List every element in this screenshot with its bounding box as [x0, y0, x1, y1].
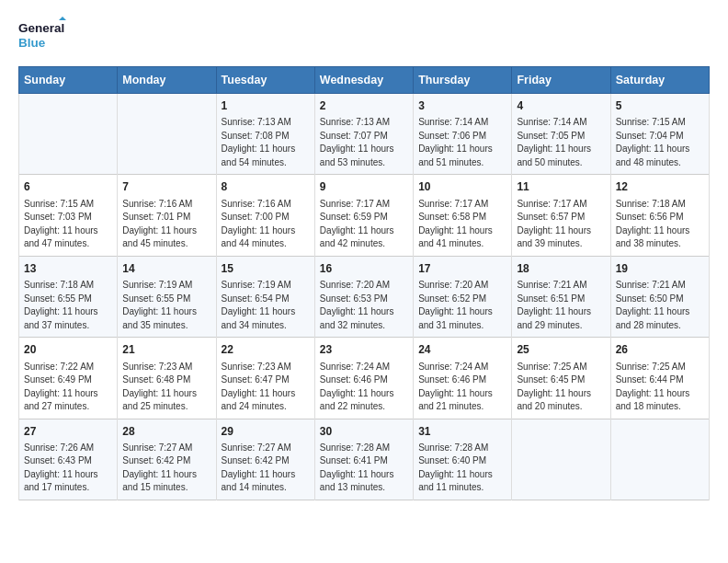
day-number: 17	[418, 261, 506, 277]
calendar-week-row: 27Sunrise: 7:26 AMSunset: 6:43 PMDayligh…	[19, 419, 710, 500]
day-number: 9	[320, 179, 408, 195]
calendar-header: SundayMondayTuesdayWednesdayThursdayFrid…	[19, 67, 710, 94]
day-number: 8	[222, 179, 310, 195]
logo-svg: General Blue	[18, 17, 66, 53]
calendar-cell: 8Sunrise: 7:16 AMSunset: 7:00 PMDaylight…	[216, 175, 314, 256]
calendar-table: SundayMondayTuesdayWednesdayThursdayFrid…	[18, 66, 710, 500]
calendar-cell: 27Sunrise: 7:26 AMSunset: 6:43 PMDayligh…	[19, 419, 118, 500]
calendar-cell: 17Sunrise: 7:20 AMSunset: 6:52 PMDayligh…	[414, 256, 512, 337]
calendar-cell	[512, 419, 610, 500]
day-of-week-header: Sunday	[19, 67, 118, 94]
header: General Blue	[18, 17, 710, 53]
cell-sun-info: Sunrise: 7:14 AMSunset: 7:06 PMDaylight:…	[418, 116, 506, 169]
calendar-week-row: 20Sunrise: 7:22 AMSunset: 6:49 PMDayligh…	[19, 338, 710, 419]
logo: General Blue	[18, 17, 66, 53]
calendar-cell: 14Sunrise: 7:19 AMSunset: 6:55 PMDayligh…	[118, 256, 216, 337]
calendar-cell: 9Sunrise: 7:17 AMSunset: 6:59 PMDaylight…	[314, 175, 413, 256]
day-number: 5	[616, 98, 704, 114]
cell-sun-info: Sunrise: 7:28 AMSunset: 6:40 PMDaylight:…	[418, 442, 506, 495]
day-number: 3	[418, 98, 506, 114]
cell-sun-info: Sunrise: 7:13 AMSunset: 7:08 PMDaylight:…	[222, 116, 310, 169]
cell-sun-info: Sunrise: 7:16 AMSunset: 7:00 PMDaylight:…	[222, 198, 310, 251]
cell-sun-info: Sunrise: 7:25 AMSunset: 6:44 PMDaylight:…	[616, 361, 704, 414]
cell-sun-info: Sunrise: 7:21 AMSunset: 6:51 PMDaylight:…	[517, 279, 605, 332]
calendar-week-row: 1Sunrise: 7:13 AMSunset: 7:08 PMDaylight…	[19, 94, 710, 175]
cell-sun-info: Sunrise: 7:17 AMSunset: 6:57 PMDaylight:…	[517, 198, 605, 251]
day-of-week-header: Friday	[512, 67, 610, 94]
calendar-cell: 26Sunrise: 7:25 AMSunset: 6:44 PMDayligh…	[610, 338, 709, 419]
page: General Blue SundayMondayTuesdayWednesda…	[0, 0, 728, 510]
cell-sun-info: Sunrise: 7:27 AMSunset: 6:42 PMDaylight:…	[222, 442, 310, 495]
cell-sun-info: Sunrise: 7:23 AMSunset: 6:47 PMDaylight:…	[222, 361, 310, 414]
day-number: 25	[517, 342, 605, 358]
calendar-cell: 2Sunrise: 7:13 AMSunset: 7:07 PMDaylight…	[314, 94, 413, 175]
calendar-cell: 16Sunrise: 7:20 AMSunset: 6:53 PMDayligh…	[314, 256, 413, 337]
day-of-week-header: Thursday	[414, 67, 512, 94]
calendar-cell: 23Sunrise: 7:24 AMSunset: 6:46 PMDayligh…	[314, 338, 413, 419]
day-number: 12	[616, 179, 704, 195]
cell-sun-info: Sunrise: 7:24 AMSunset: 6:46 PMDaylight:…	[320, 361, 408, 414]
day-number: 7	[122, 179, 210, 195]
cell-sun-info: Sunrise: 7:28 AMSunset: 6:41 PMDaylight:…	[320, 442, 408, 495]
day-number: 23	[320, 342, 408, 358]
day-number: 29	[222, 424, 310, 440]
cell-sun-info: Sunrise: 7:22 AMSunset: 6:49 PMDaylight:…	[24, 361, 112, 414]
cell-sun-info: Sunrise: 7:21 AMSunset: 6:50 PMDaylight:…	[616, 279, 704, 332]
calendar-cell	[610, 419, 709, 500]
cell-sun-info: Sunrise: 7:19 AMSunset: 6:54 PMDaylight:…	[222, 279, 310, 332]
cell-sun-info: Sunrise: 7:18 AMSunset: 6:56 PMDaylight:…	[616, 198, 704, 251]
cell-sun-info: Sunrise: 7:13 AMSunset: 7:07 PMDaylight:…	[320, 116, 408, 169]
day-number: 6	[24, 179, 112, 195]
day-number: 24	[418, 342, 506, 358]
svg-marker-2	[59, 17, 66, 20]
calendar-cell: 13Sunrise: 7:18 AMSunset: 6:55 PMDayligh…	[19, 256, 118, 337]
calendar-cell: 15Sunrise: 7:19 AMSunset: 6:54 PMDayligh…	[216, 256, 314, 337]
day-of-week-header: Monday	[118, 67, 216, 94]
calendar-cell: 18Sunrise: 7:21 AMSunset: 6:51 PMDayligh…	[512, 256, 610, 337]
cell-sun-info: Sunrise: 7:17 AMSunset: 6:58 PMDaylight:…	[418, 198, 506, 251]
calendar-cell: 1Sunrise: 7:13 AMSunset: 7:08 PMDaylight…	[216, 94, 314, 175]
day-of-week-header: Tuesday	[216, 67, 314, 94]
calendar-cell: 31Sunrise: 7:28 AMSunset: 6:40 PMDayligh…	[414, 419, 512, 500]
cell-sun-info: Sunrise: 7:17 AMSunset: 6:59 PMDaylight:…	[320, 198, 408, 251]
day-number: 4	[517, 98, 605, 114]
calendar-cell: 29Sunrise: 7:27 AMSunset: 6:42 PMDayligh…	[216, 419, 314, 500]
calendar-cell	[118, 94, 216, 175]
day-of-week-header: Saturday	[610, 67, 709, 94]
day-number: 28	[122, 424, 210, 440]
day-number: 19	[616, 261, 704, 277]
day-number: 16	[320, 261, 408, 277]
calendar-cell: 25Sunrise: 7:25 AMSunset: 6:45 PMDayligh…	[512, 338, 610, 419]
calendar-week-row: 6Sunrise: 7:15 AMSunset: 7:03 PMDaylight…	[19, 175, 710, 256]
day-number: 30	[320, 424, 408, 440]
day-number: 15	[222, 261, 310, 277]
day-number: 31	[418, 424, 506, 440]
day-number: 11	[517, 179, 605, 195]
day-of-week-header: Wednesday	[314, 67, 413, 94]
calendar-cell: 20Sunrise: 7:22 AMSunset: 6:49 PMDayligh…	[19, 338, 118, 419]
calendar-cell: 12Sunrise: 7:18 AMSunset: 6:56 PMDayligh…	[610, 175, 709, 256]
calendar-week-row: 13Sunrise: 7:18 AMSunset: 6:55 PMDayligh…	[19, 256, 710, 337]
day-number: 21	[122, 342, 210, 358]
calendar-cell: 24Sunrise: 7:24 AMSunset: 6:46 PMDayligh…	[414, 338, 512, 419]
calendar-cell: 10Sunrise: 7:17 AMSunset: 6:58 PMDayligh…	[414, 175, 512, 256]
calendar-cell: 7Sunrise: 7:16 AMSunset: 7:01 PMDaylight…	[118, 175, 216, 256]
day-number: 18	[517, 261, 605, 277]
day-number: 27	[24, 424, 112, 440]
cell-sun-info: Sunrise: 7:20 AMSunset: 6:52 PMDaylight:…	[418, 279, 506, 332]
cell-sun-info: Sunrise: 7:24 AMSunset: 6:46 PMDaylight:…	[418, 361, 506, 414]
day-number: 22	[222, 342, 310, 358]
day-number: 10	[418, 179, 506, 195]
cell-sun-info: Sunrise: 7:27 AMSunset: 6:42 PMDaylight:…	[122, 442, 210, 495]
calendar-cell	[19, 94, 118, 175]
calendar-cell: 3Sunrise: 7:14 AMSunset: 7:06 PMDaylight…	[414, 94, 512, 175]
day-number: 26	[616, 342, 704, 358]
calendar-cell: 19Sunrise: 7:21 AMSunset: 6:50 PMDayligh…	[610, 256, 709, 337]
cell-sun-info: Sunrise: 7:15 AMSunset: 7:04 PMDaylight:…	[616, 116, 704, 169]
day-number: 14	[122, 261, 210, 277]
cell-sun-info: Sunrise: 7:26 AMSunset: 6:43 PMDaylight:…	[24, 442, 112, 495]
calendar-cell: 28Sunrise: 7:27 AMSunset: 6:42 PMDayligh…	[118, 419, 216, 500]
cell-sun-info: Sunrise: 7:20 AMSunset: 6:53 PMDaylight:…	[320, 279, 408, 332]
calendar-cell: 5Sunrise: 7:15 AMSunset: 7:04 PMDaylight…	[610, 94, 709, 175]
day-number: 20	[24, 342, 112, 358]
